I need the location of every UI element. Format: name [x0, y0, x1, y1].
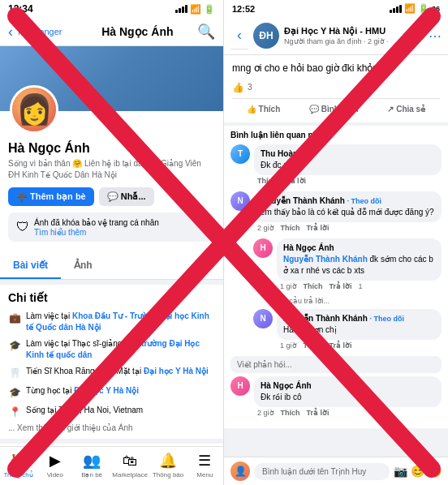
- details-section: Chi tiết 💼 Làm việc tại Khoa Đầu Tư - Tr…: [0, 285, 223, 439]
- comment-bubble-5: Hà Ngọc Ánh Đk rồi ib cô: [254, 376, 442, 407]
- comment-body-4: Nguyễn Thành Khánh · Theo dõi Hà cảm ơn …: [277, 309, 442, 350]
- work-text-1: Làm việc tại Khoa Đầu Tư - Trường Đại họ…: [26, 311, 215, 333]
- group-sub: Người tham gia ăn định · 2 giờ ·: [284, 37, 424, 45]
- right-battery-level: 36: [432, 5, 440, 13]
- comment-actions-3: 1 giờ Thích Trả lời 1: [277, 282, 442, 290]
- comment-avatar-thu: T: [230, 144, 250, 164]
- nav-menu[interactable]: ☰ Menu: [188, 452, 221, 479]
- nav-home[interactable]: 🏠 Trang chủ: [2, 452, 35, 479]
- right-status-icons: 📶 🔋 36: [390, 3, 440, 14]
- nav-notifications-label: Thông báo: [153, 471, 183, 479]
- location-icon: 📍: [8, 406, 21, 419]
- nav-marketplace[interactable]: 🛍 Marketplace: [112, 453, 148, 479]
- comments-header-text[interactable]: Bình luận liên quan nhất ▾: [230, 131, 332, 139]
- comment-like-2[interactable]: Thích: [281, 224, 300, 232]
- video-icon: ▶: [50, 452, 61, 470]
- more-details-link[interactable]: ... Xem thêm tin giới thiệu của Ánh: [8, 423, 215, 432]
- comment-actions-1: Thích Trả lời: [254, 177, 442, 185]
- signal-bars: [175, 5, 187, 13]
- left-panel: 12:34 📶 🔋 ‹ Messenger Hà Ngọc Ánh 🔍: [0, 0, 224, 485]
- friends-icon: 👥: [83, 452, 101, 470]
- comment-avatar-khanh: N: [230, 191, 250, 211]
- privacy-link[interactable]: Tìm hiểu thêm: [34, 228, 159, 237]
- right-battery-icon: 🔋: [418, 3, 429, 14]
- work-icon: 💼: [8, 311, 21, 325]
- tab-posts[interactable]: Bài viết: [0, 253, 61, 279]
- nav-home-label: Trang chủ: [3, 471, 32, 479]
- right-back-icon[interactable]: ‹: [230, 22, 248, 49]
- comment-bubble-1: Thu Hoàng Đk đc r đấy: [254, 144, 442, 175]
- comment-like-5[interactable]: Thích: [281, 409, 300, 417]
- like-action[interactable]: 👍 Thích: [242, 102, 285, 116]
- bottom-navigation: 🏠 Trang chủ ▶ Video 👥 Bạn bè 🛍 Marketpla…: [0, 446, 223, 485]
- see-more-replies[interactable]: ↩ c cảu trả lời...: [230, 297, 442, 305]
- profile-actions: ➕ Thêm bạn bè 💬 Nhắ...: [8, 187, 215, 206]
- comment-text-3: Nguyễn Thành Khánh đk sớm cho các b ở xa…: [283, 254, 435, 277]
- emoji-icon[interactable]: 😊: [411, 465, 424, 478]
- write-comment-placeholder[interactable]: Viết phản hồi...: [230, 356, 442, 373]
- message-button[interactable]: 💬 Nhắ...: [99, 187, 154, 206]
- comment-time-4: 1 giờ: [280, 341, 297, 350]
- nav-friends[interactable]: 👥 Bạn bè: [75, 452, 108, 479]
- edu-text-2: Từng học tại Đại học Y Hà Nội: [26, 385, 139, 397]
- comment-like-1[interactable]: Thích: [257, 177, 277, 185]
- graduation-icon-2: 🎓: [8, 386, 21, 400]
- post-card: mng ơi cho e hỏi bao giờ đki khỏy ạ 👍 3 …: [224, 55, 448, 122]
- comment-reply-5[interactable]: Trả lời: [307, 409, 330, 417]
- comment-action[interactable]: 💬 Bình luận: [304, 102, 364, 116]
- home-icon: 🏠: [10, 452, 28, 470]
- sticker-icon[interactable]: 😄: [428, 465, 442, 478]
- marketplace-icon: 🛍: [123, 453, 137, 470]
- detail-location: 📍 Sống tại Trung, Ha Noi, Vietnam: [8, 405, 215, 419]
- comment-body-2: Nguyễn Thành Khánh · Theo dõi em thấy bả…: [254, 191, 442, 232]
- profile-name-header: Hà Ngọc Ánh: [78, 25, 197, 38]
- right-header: ‹ ĐH Đại Học Y Hà Nội - HMU Người tham g…: [224, 17, 448, 55]
- tab-photos[interactable]: Ảnh: [61, 253, 106, 279]
- write-comment-input[interactable]: Bình luận dưới tên Trịnh Huy: [254, 463, 390, 480]
- mention: Nguyễn Thành Khánh: [283, 255, 368, 264]
- follow-tag-2[interactable]: · Theo dõi: [370, 315, 405, 323]
- right-signal-bars: [390, 5, 402, 13]
- detail-edu-1: 🦷 Tiến Sĩ Khoa Răng Hàm Mặt tại Đại học …: [8, 366, 215, 380]
- nav-video-label: Video: [47, 471, 63, 479]
- comment-time-2: 2 giờ: [257, 224, 274, 232]
- comment-like-4[interactable]: Thích: [304, 341, 323, 350]
- post-reactions: 👍 3: [232, 82, 440, 93]
- bar3: [182, 6, 184, 13]
- privacy-text: Ánh đã khóa bảo vệ trang cá nhân: [34, 217, 159, 228]
- comment-reply-4[interactable]: Trả lời: [330, 341, 352, 350]
- comment-reply-3[interactable]: Trả lời: [330, 282, 352, 290]
- add-friend-button[interactable]: ➕ Thêm bạn bè: [8, 187, 94, 206]
- back-arrow-icon[interactable]: ‹: [8, 24, 13, 41]
- comment-like-3[interactable]: Thích: [304, 282, 323, 290]
- bar1: [175, 10, 178, 13]
- avatar-initial: T: [238, 149, 243, 158]
- comment-item: H Hà Ngọc Ánh Nguyễn Thành Khánh đk sớm …: [230, 238, 442, 290]
- comment-author-3: Hà Ngọc Ánh: [283, 242, 435, 254]
- comment-avatar-khanh2: N: [253, 309, 273, 328]
- nav-menu-label: Menu: [196, 471, 213, 479]
- write-avatar-img: 👤: [235, 466, 247, 477]
- nav-video[interactable]: ▶ Video: [39, 452, 71, 479]
- left-header: ‹ Messenger Hà Ngọc Ánh 🔍: [0, 18, 223, 46]
- search-icon[interactable]: 🔍: [197, 23, 215, 41]
- menu-icon: ☰: [198, 452, 211, 470]
- comments-header: Bình luận liên quan nhất ▾: [230, 131, 442, 139]
- comment-reply-2[interactable]: Trả lời: [307, 224, 330, 232]
- add-friend-icon: ➕: [16, 191, 28, 202]
- comment-text-5: Đk rồi ib cô: [261, 392, 435, 403]
- comment-author-4: Nguyễn Thành Khánh · Theo dõi: [283, 313, 435, 324]
- share-action[interactable]: ↗ Chia sẻ: [382, 102, 430, 116]
- bar2: [179, 8, 181, 13]
- group-initials: ĐH: [259, 30, 273, 41]
- comment-reply-1[interactable]: Trả lời: [283, 177, 306, 185]
- like-emoji: 👍: [232, 82, 244, 93]
- messenger-icon: 💬: [107, 191, 118, 202]
- camera-icon[interactable]: 📷: [394, 465, 407, 478]
- comment-actions-4: 1 giờ Thích Trả lời: [277, 341, 442, 350]
- group-info: Đại Học Y Hà Nội - HMU Người tham gia ăn…: [284, 26, 424, 45]
- nav-notifications[interactable]: 🔔 Thông báo: [152, 452, 184, 479]
- more-options-icon[interactable]: ⋯: [429, 28, 442, 44]
- follow-tag[interactable]: · Theo dõi: [347, 197, 382, 205]
- group-name: Đại Học Y Hà Nội - HMU: [284, 26, 424, 36]
